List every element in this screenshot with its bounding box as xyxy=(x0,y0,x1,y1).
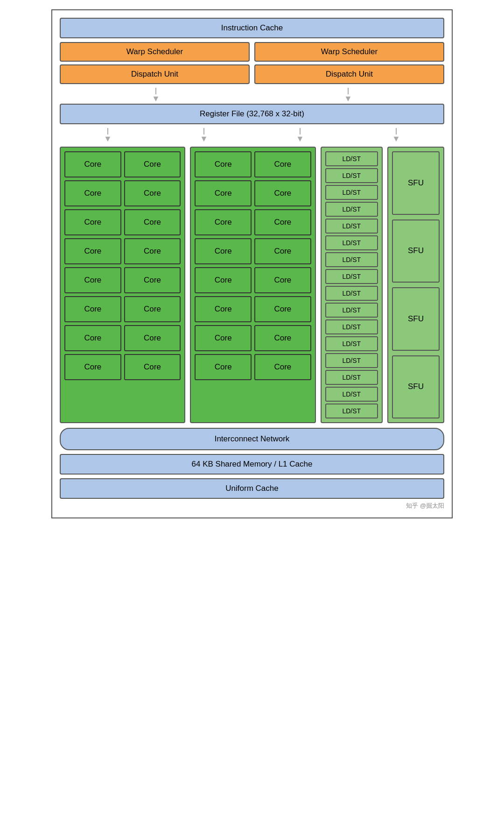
core-row-2-2: Core Core xyxy=(195,180,311,206)
shared-memory-block: 64 KB Shared Memory / L1 Cache xyxy=(60,454,444,475)
ldst-7: LD/ST xyxy=(325,252,378,267)
core-1-1-2: Core xyxy=(124,151,181,177)
core-2-7-2: Core xyxy=(254,325,311,351)
ldst-3: LD/ST xyxy=(325,185,378,200)
core-row-2-1: Core Core xyxy=(195,151,311,177)
core-row-2-3: Core Core xyxy=(195,209,311,235)
core-2-6-2: Core xyxy=(254,296,311,322)
ldst-9: LD/ST xyxy=(325,286,378,301)
arrow-5 xyxy=(296,128,304,143)
core-1-1-1: Core xyxy=(64,151,121,177)
ldst-group: LD/ST LD/ST LD/ST LD/ST LD/ST LD/ST LD/S… xyxy=(321,147,383,423)
core-2-1-2: Core xyxy=(254,151,311,177)
core-row-1-4: Core Core xyxy=(64,238,181,264)
ldst-6: LD/ST xyxy=(325,235,378,250)
ldst-2: LD/ST xyxy=(325,168,378,183)
core-row-1-2: Core Core xyxy=(64,180,181,206)
sfu-3: SFU xyxy=(392,287,440,351)
core-1-7-2: Core xyxy=(124,325,181,351)
core-row-2-7: Core Core xyxy=(195,325,311,351)
interconnect-block: Interconnect Network xyxy=(60,428,444,450)
core-1-4-2: Core xyxy=(124,238,181,264)
arrow-4 xyxy=(200,128,208,143)
core-1-8-2: Core xyxy=(124,354,181,380)
core-row-1-3: Core Core xyxy=(64,209,181,235)
arrow-6 xyxy=(392,128,400,143)
dispatch-unit-right: Dispatch Unit xyxy=(254,64,444,84)
ldst-1: LD/ST xyxy=(325,151,378,166)
core-1-5-2: Core xyxy=(124,267,181,293)
core-2-1-1: Core xyxy=(195,151,252,177)
ldst-15: LD/ST xyxy=(325,387,378,402)
arrow-3 xyxy=(104,128,112,143)
core-1-3-2: Core xyxy=(124,209,181,235)
core-row-2-4: Core Core xyxy=(195,238,311,264)
core-group-1: Core Core Core Core Core Core Core Core … xyxy=(60,147,185,423)
core-1-2-2: Core xyxy=(124,180,181,206)
core-2-2-1: Core xyxy=(195,180,252,206)
core-1-6-1: Core xyxy=(64,296,121,322)
ldst-8: LD/ST xyxy=(325,269,378,284)
core-row-2-8: Core Core xyxy=(195,354,311,380)
ldst-14: LD/ST xyxy=(325,370,378,385)
core-1-3-1: Core xyxy=(64,209,121,235)
ldst-12: LD/ST xyxy=(325,336,378,351)
core-row-2-6: Core Core xyxy=(195,296,311,322)
arrow-2 xyxy=(344,88,352,103)
warp-scheduler-row: Warp Scheduler Warp Scheduler xyxy=(60,42,444,62)
core-row-1-8: Core Core xyxy=(64,354,181,380)
core-2-3-1: Core xyxy=(195,209,252,235)
sfu-group: SFU SFU SFU SFU xyxy=(387,147,444,423)
core-1-4-1: Core xyxy=(64,238,121,264)
core-row-1-7: Core Core xyxy=(64,325,181,351)
core-1-5-1: Core xyxy=(64,267,121,293)
warp-scheduler-left: Warp Scheduler xyxy=(60,42,250,62)
core-2-4-2: Core xyxy=(254,238,311,264)
warp-scheduler-right: Warp Scheduler xyxy=(254,42,444,62)
dispatch-unit-left: Dispatch Unit xyxy=(60,64,250,84)
core-2-5-2: Core xyxy=(254,267,311,293)
arrows-to-regfile xyxy=(60,88,444,103)
ldst-5: LD/ST xyxy=(325,219,378,234)
gpu-sm-diagram: Instruction Cache Warp Scheduler Warp Sc… xyxy=(51,9,453,518)
core-2-4-1: Core xyxy=(195,238,252,264)
instruction-cache-block: Instruction Cache xyxy=(60,18,444,38)
core-row-1-5: Core Core xyxy=(64,267,181,293)
core-1-8-1: Core xyxy=(64,354,121,380)
core-row-1-6: Core Core xyxy=(64,296,181,322)
ldst-16: LD/ST xyxy=(325,404,378,418)
arrows-to-units xyxy=(60,128,444,143)
sfu-1: SFU xyxy=(392,151,440,215)
arrow-1 xyxy=(152,88,160,103)
sfu-4: SFU xyxy=(392,355,440,419)
ldst-4: LD/ST xyxy=(325,202,378,217)
core-1-2-1: Core xyxy=(64,180,121,206)
watermark: 知乎 @掘太阳 xyxy=(406,502,444,510)
sfu-2: SFU xyxy=(392,220,440,283)
core-group-2: Core Core Core Core Core Core Core Core … xyxy=(190,147,315,423)
main-units-row: Core Core Core Core Core Core Core Core … xyxy=(60,147,444,423)
dispatch-unit-row: Dispatch Unit Dispatch Unit xyxy=(60,64,444,84)
core-2-8-1: Core xyxy=(195,354,252,380)
register-file-block: Register File (32,768 x 32-bit) xyxy=(60,104,444,124)
core-2-2-2: Core xyxy=(254,180,311,206)
core-2-8-2: Core xyxy=(254,354,311,380)
core-1-7-1: Core xyxy=(64,325,121,351)
ldst-10: LD/ST xyxy=(325,303,378,318)
core-1-6-2: Core xyxy=(124,296,181,322)
ldst-13: LD/ST xyxy=(325,353,378,368)
core-2-5-1: Core xyxy=(195,267,252,293)
core-2-7-1: Core xyxy=(195,325,252,351)
uniform-cache-block: Uniform Cache xyxy=(60,478,444,499)
core-row-2-5: Core Core xyxy=(195,267,311,293)
ldst-11: LD/ST xyxy=(325,319,378,334)
core-row-1-1: Core Core xyxy=(64,151,181,177)
core-2-3-2: Core xyxy=(254,209,311,235)
core-2-6-1: Core xyxy=(195,296,252,322)
